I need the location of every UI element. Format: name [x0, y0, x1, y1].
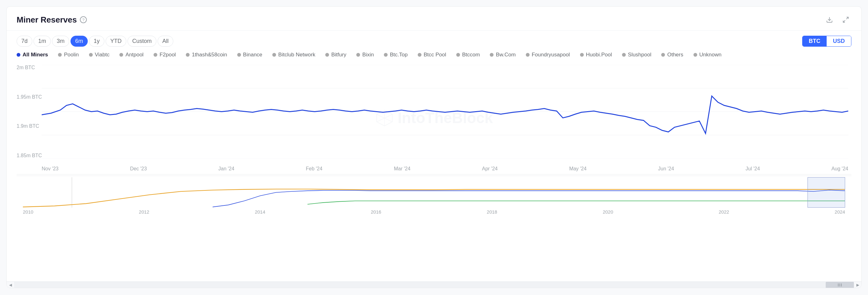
- x-label-feb24: Feb '24: [306, 166, 322, 172]
- legend-item-1thash[interactable]: 1thash&58coin: [186, 52, 227, 58]
- legend-item-all-miners[interactable]: All Miners: [17, 52, 48, 58]
- legend-item-btccpool[interactable]: Btcc Pool: [418, 52, 446, 58]
- legend-dot-f2pool: [154, 53, 157, 57]
- legend-dot-btccom: [456, 53, 460, 57]
- miner-reserves-card: Miner Reserves ?: [6, 6, 862, 288]
- time-filter-6m[interactable]: 6m: [70, 36, 88, 47]
- legend-label-poolin: Poolin: [64, 52, 79, 58]
- legend-label-btctop: Btc.Top: [390, 52, 408, 58]
- legend-item-btctop[interactable]: Btc.Top: [384, 52, 408, 58]
- legend-label-bwcom: Bw.Com: [496, 52, 516, 58]
- help-icon[interactable]: ?: [80, 16, 87, 23]
- legend-item-bixin[interactable]: Bixin: [356, 52, 374, 58]
- main-chart-svg: [42, 65, 848, 159]
- download-button[interactable]: [824, 14, 835, 25]
- mini-x-label-2016: 2016: [371, 209, 381, 215]
- x-label-jul24: Jul '24: [745, 166, 760, 172]
- legend-item-bwcom[interactable]: Bw.Com: [490, 52, 516, 58]
- legend-dot-slushpool: [622, 53, 626, 57]
- legend-dot-btccpool: [418, 53, 422, 57]
- legend-label-foundry: Foundryusapool: [532, 52, 570, 58]
- scroll-track[interactable]: [14, 282, 854, 288]
- mini-x-label-2010: 2010: [23, 209, 33, 215]
- legend-item-binance[interactable]: Binance: [237, 52, 262, 58]
- legend-dot-antpool: [119, 53, 123, 57]
- svg-line-2: [843, 20, 845, 22]
- legend-dot-binance: [237, 53, 241, 57]
- legend-label-viabtc: Viabtc: [95, 52, 110, 58]
- legend-item-poolin[interactable]: Poolin: [58, 52, 79, 58]
- toolbar: 7d 1m 3m 6m 1y YTD Custom All BTC USD: [7, 31, 861, 52]
- legend-label-f2pool: F2pool: [159, 52, 176, 58]
- legend-item-others[interactable]: Others: [661, 52, 683, 58]
- x-label-jan24: Jan '24: [218, 166, 235, 172]
- y-label-195m: 1.95m BTC: [17, 94, 42, 100]
- legend-label-bitclub: Bitclub Network: [278, 52, 315, 58]
- header-left: Miner Reserves ?: [17, 15, 87, 25]
- legend-dot-bwcom: [490, 53, 494, 57]
- legend-item-bitfury[interactable]: Bitfury: [325, 52, 346, 58]
- mini-chart-selection[interactable]: [808, 177, 845, 208]
- legend-dot-btctop: [384, 53, 388, 57]
- x-label-may24: May '24: [569, 166, 587, 172]
- x-label-mar24: Mar '24: [394, 166, 410, 172]
- legend-label-antpool: Antpool: [125, 52, 144, 58]
- mini-chart: 2010 2012 2014 2016 2018 2020 2022 2024: [17, 176, 851, 217]
- scroll-thumb-grip: [838, 284, 842, 287]
- legend-item-foundry[interactable]: Foundryusapool: [526, 52, 570, 58]
- legend-dot-others: [661, 53, 665, 57]
- mini-chart-svg: [23, 177, 845, 208]
- header-actions: [824, 14, 851, 25]
- expand-button[interactable]: [840, 14, 851, 25]
- legend-dot-foundry: [526, 53, 530, 57]
- legend-label-btccom: Btccom: [462, 52, 480, 58]
- scroll-left-arrow[interactable]: ◀: [7, 282, 14, 288]
- x-label-apr24: Apr '24: [482, 166, 498, 172]
- legend-item-huobi[interactable]: Huobi.Pool: [580, 52, 612, 58]
- chart-legend: All Miners Poolin Viabtc Antpool F2pool …: [7, 52, 861, 62]
- chart-area: 2m BTC 1.95m BTC 1.9m BTC 1.85m BTC Into…: [7, 62, 861, 288]
- time-filter-1m[interactable]: 1m: [34, 36, 51, 47]
- time-filter-group: 7d 1m 3m 6m 1y YTD Custom All: [17, 36, 173, 47]
- x-label-dec23: Dec '23: [130, 166, 147, 172]
- legend-dot-unknown: [693, 53, 697, 57]
- scroll-right-arrow[interactable]: ▶: [854, 282, 861, 288]
- legend-dot-bitclub: [272, 53, 276, 57]
- time-filter-3m[interactable]: 3m: [52, 36, 69, 47]
- legend-label-bixin: Bixin: [362, 52, 374, 58]
- legend-item-bitclub[interactable]: Bitclub Network: [272, 52, 315, 58]
- legend-item-slushpool[interactable]: Slushpool: [622, 52, 651, 58]
- currency-btc-button[interactable]: BTC: [803, 36, 827, 46]
- scroll-thumb-line-2: [839, 284, 840, 287]
- mini-x-label-2024: 2024: [835, 209, 845, 215]
- main-chart: 2m BTC 1.95m BTC 1.9m BTC 1.85m BTC Into…: [17, 62, 851, 174]
- legend-label-binance: Binance: [243, 52, 262, 58]
- currency-usd-button[interactable]: USD: [827, 36, 851, 46]
- mini-x-label-2018: 2018: [487, 209, 497, 215]
- time-filter-all[interactable]: All: [158, 36, 173, 47]
- svg-line-1: [846, 17, 848, 19]
- legend-label-btccpool: Btcc Pool: [424, 52, 446, 58]
- scroll-thumb-line-3: [841, 284, 842, 287]
- legend-label-others: Others: [667, 52, 683, 58]
- legend-item-btccom[interactable]: Btccom: [456, 52, 480, 58]
- x-label-nov23: Nov '23: [42, 166, 59, 172]
- legend-label-1thash: 1thash&58coin: [192, 52, 227, 58]
- legend-dot-all-miners: [17, 53, 20, 57]
- time-filter-ytd[interactable]: YTD: [105, 36, 126, 47]
- time-filter-7d[interactable]: 7d: [17, 36, 32, 47]
- x-label-aug24: Aug '24: [831, 166, 848, 172]
- legend-dot-bitfury: [325, 53, 329, 57]
- mini-x-label-2020: 2020: [602, 209, 613, 215]
- legend-item-unknown[interactable]: Unknown: [693, 52, 722, 58]
- legend-dot-poolin: [58, 53, 62, 57]
- legend-item-antpool[interactable]: Antpool: [119, 52, 144, 58]
- legend-label-bitfury: Bitfury: [331, 52, 346, 58]
- legend-item-viabtc[interactable]: Viabtc: [89, 52, 110, 58]
- scroll-thumb[interactable]: [826, 282, 854, 288]
- time-filter-1y[interactable]: 1y: [89, 36, 104, 47]
- legend-label-all-miners: All Miners: [23, 52, 48, 58]
- y-label-2m: 2m BTC: [17, 65, 42, 70]
- legend-item-f2pool[interactable]: F2pool: [154, 52, 176, 58]
- time-filter-custom[interactable]: Custom: [127, 36, 156, 47]
